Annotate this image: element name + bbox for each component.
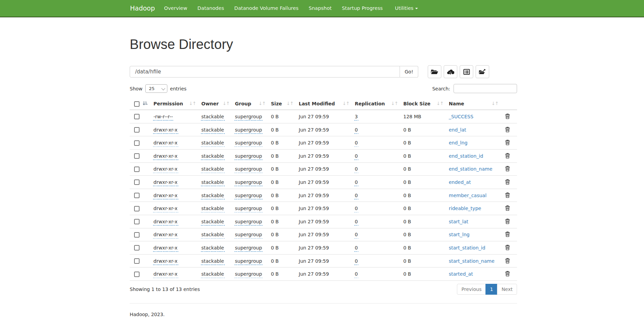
delete-button[interactable] — [505, 192, 510, 199]
nav-item-utilities[interactable]: Utilities — [390, 0, 423, 17]
search-input[interactable] — [454, 84, 517, 93]
permission-cell[interactable]: drwxr-xr-x — [153, 245, 178, 251]
owner-cell[interactable]: stackable — [201, 166, 224, 172]
pagination-previous[interactable]: Previous — [457, 284, 486, 295]
nav-item-startup-progress[interactable]: Startup Progress — [337, 0, 388, 17]
delete-button[interactable] — [505, 179, 510, 186]
column-header-owner[interactable]: Owner↓↑ — [199, 98, 232, 110]
group-cell[interactable]: supergroup — [235, 271, 262, 277]
delete-button[interactable] — [505, 139, 510, 146]
owner-cell[interactable]: stackable — [201, 179, 224, 185]
replication-cell[interactable]: 0 — [355, 179, 358, 185]
row-checkbox[interactable] — [134, 272, 140, 277]
file-name-link[interactable]: end_station_name — [449, 166, 492, 172]
replication-cell[interactable]: 0 — [355, 271, 358, 277]
replication-cell[interactable]: 0 — [355, 258, 358, 264]
replication-cell[interactable]: 0 — [355, 166, 358, 172]
owner-cell[interactable]: stackable — [201, 219, 224, 224]
list-button[interactable] — [460, 65, 473, 78]
select-all-checkbox[interactable] — [134, 101, 140, 107]
replication-cell[interactable]: 0 — [355, 232, 358, 237]
file-name-link[interactable]: end_station_id — [449, 153, 483, 159]
row-checkbox[interactable] — [134, 179, 140, 185]
group-cell[interactable]: supergroup — [235, 166, 262, 172]
column-header-group[interactable]: Group↓↑ — [232, 98, 268, 110]
replication-cell[interactable]: 0 — [355, 140, 358, 145]
brand[interactable]: Hadoop — [123, 0, 159, 17]
owner-cell[interactable]: stackable — [201, 232, 224, 237]
file-name-link[interactable]: started_at — [449, 271, 473, 277]
upload-file-button[interactable] — [444, 65, 457, 78]
owner-cell[interactable]: stackable — [201, 245, 224, 251]
file-name-link[interactable]: start_station_id — [449, 245, 485, 251]
file-name-link[interactable]: _SUCCESS — [449, 114, 473, 119]
delete-button[interactable] — [505, 244, 510, 251]
move-button[interactable] — [476, 65, 489, 78]
column-header-last-modified[interactable]: Last Modified↓↑ — [296, 98, 352, 110]
group-cell[interactable]: supergroup — [235, 179, 262, 185]
row-checkbox[interactable] — [134, 114, 140, 119]
delete-button[interactable] — [505, 153, 510, 159]
row-checkbox[interactable] — [134, 258, 140, 264]
delete-button[interactable] — [505, 231, 510, 238]
pagination-page-1[interactable]: 1 — [485, 284, 497, 295]
group-cell[interactable]: supergroup — [235, 193, 262, 198]
column-header-name[interactable]: Name↓↑ — [446, 98, 501, 110]
owner-cell[interactable]: stackable — [201, 271, 224, 277]
owner-cell[interactable]: stackable — [201, 193, 224, 198]
file-name-link[interactable]: ended_at — [449, 179, 471, 185]
replication-cell[interactable]: 0 — [355, 206, 358, 211]
delete-button[interactable] — [505, 205, 510, 212]
column-header-size[interactable]: Size↓↑ — [268, 98, 296, 110]
permission-cell[interactable]: drwxr-xr-x — [153, 127, 178, 133]
nav-item-snapshot[interactable]: Snapshot — [303, 0, 337, 17]
group-cell[interactable]: supergroup — [235, 127, 262, 133]
row-checkbox[interactable] — [134, 219, 140, 224]
pagination-next[interactable]: Next — [497, 284, 517, 295]
delete-button[interactable] — [505, 113, 510, 120]
permission-cell[interactable]: -rw-r--r-- — [153, 114, 173, 119]
permission-cell[interactable]: drwxr-xr-x — [153, 193, 178, 198]
file-name-link[interactable]: start_lat — [449, 219, 468, 224]
permission-cell[interactable]: drwxr-xr-x — [153, 140, 178, 145]
delete-button[interactable] — [505, 271, 510, 277]
row-checkbox[interactable] — [134, 245, 140, 251]
directory-path-input[interactable] — [130, 66, 400, 77]
group-cell[interactable]: supergroup — [235, 232, 262, 237]
permission-cell[interactable]: drwxr-xr-x — [153, 179, 178, 185]
group-cell[interactable]: supergroup — [235, 245, 262, 251]
group-cell[interactable]: supergroup — [235, 206, 262, 211]
group-cell[interactable]: supergroup — [235, 258, 262, 264]
go-button[interactable]: Go! — [400, 66, 418, 77]
row-checkbox[interactable] — [134, 232, 140, 238]
owner-cell[interactable]: stackable — [201, 140, 224, 145]
row-checkbox[interactable] — [134, 206, 140, 211]
nav-item-datanode-volume-failures[interactable]: Datanode Volume Failures — [229, 0, 303, 17]
column-header-replication[interactable]: Replication↓↑ — [352, 98, 401, 110]
column-header-block-size[interactable]: Block Size↓↑ — [401, 98, 446, 110]
file-name-link[interactable]: member_casual — [449, 193, 486, 198]
row-checkbox[interactable] — [134, 140, 140, 146]
owner-cell[interactable]: stackable — [201, 258, 224, 264]
delete-button[interactable] — [505, 218, 510, 225]
permission-cell[interactable]: drwxr-xr-x — [153, 232, 178, 237]
replication-cell[interactable]: 3 — [355, 114, 358, 119]
row-checkbox[interactable] — [134, 193, 140, 198]
owner-cell[interactable]: stackable — [201, 127, 224, 133]
replication-cell[interactable]: 0 — [355, 245, 358, 251]
file-name-link[interactable]: rideable_type — [449, 206, 481, 211]
file-name-link[interactable]: end_lng — [449, 140, 467, 145]
group-cell[interactable]: supergroup — [235, 140, 262, 145]
permission-cell[interactable]: drwxr-xr-x — [153, 153, 178, 159]
permission-cell[interactable]: drwxr-xr-x — [153, 258, 178, 264]
nav-item-datanodes[interactable]: Datanodes — [192, 0, 229, 17]
permission-cell[interactable]: drwxr-xr-x — [153, 206, 178, 211]
row-checkbox[interactable] — [134, 127, 140, 133]
delete-button[interactable] — [505, 126, 510, 133]
sorted-column-header[interactable] — [141, 98, 151, 110]
page-size-select[interactable]: 25 — [145, 84, 167, 93]
create-directory-button[interactable] — [428, 65, 441, 78]
replication-cell[interactable]: 0 — [355, 193, 358, 198]
file-name-link[interactable]: end_lat — [449, 127, 466, 133]
file-name-link[interactable]: start_station_name — [449, 258, 495, 264]
